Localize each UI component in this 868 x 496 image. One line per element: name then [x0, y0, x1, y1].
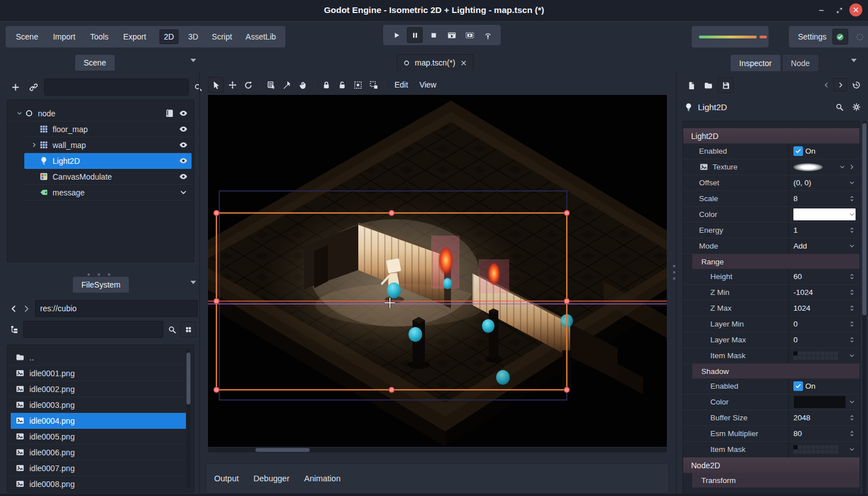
menu-tools[interactable]: Tools	[89, 32, 110, 41]
fs-split-mode-icon[interactable]	[8, 322, 20, 337]
file-item-idle0005.png[interactable]: idle0005.png	[11, 429, 186, 445]
menu-import[interactable]: Import	[52, 32, 77, 41]
splitter-left[interactable]	[199, 72, 200, 496]
script-icon[interactable]	[164, 108, 174, 118]
chevron-down-icon[interactable]	[179, 188, 188, 197]
pause-button[interactable]	[407, 27, 423, 43]
vcs-ok-icon[interactable]	[832, 29, 848, 45]
visibility-eye-icon[interactable]	[179, 172, 188, 181]
scene-node-CanvasModulate[interactable]: CanvasModulate	[24, 169, 192, 185]
fs-filter-input[interactable]	[23, 321, 163, 338]
chevron-down-icon[interactable]	[839, 163, 846, 171]
file-item-idle0006.png[interactable]: idle0006.png	[11, 445, 186, 460]
viewport-canvas[interactable]	[208, 95, 667, 447]
file-item-..[interactable]: ..	[11, 350, 186, 366]
checkbox-checked[interactable]	[793, 381, 803, 391]
fs-grid-view-icon[interactable]	[180, 321, 196, 337]
bottom-tab-animation[interactable]: Animation	[304, 474, 340, 483]
lock-tool[interactable]	[319, 77, 333, 92]
chevron-down-icon[interactable]	[848, 242, 856, 250]
tab-filesystem-dock[interactable]: FileSystem	[72, 276, 129, 293]
spin-updown-icon[interactable]	[848, 320, 856, 328]
file-item-idle0007.png[interactable]: idle0007.png	[11, 460, 186, 476]
section-transform[interactable]: Transform	[692, 473, 860, 488]
visibility-eye-icon[interactable]	[179, 156, 188, 166]
inspector-search-icon[interactable]	[833, 99, 845, 114]
play-remote-button[interactable]	[480, 28, 495, 42]
spin-updown-icon[interactable]	[848, 430, 856, 437]
spin-updown-icon[interactable]	[848, 227, 856, 234]
scene-node-Light2D[interactable]: Light2D	[24, 153, 192, 169]
scene-node-node[interactable]: node	[10, 106, 192, 121]
group-tool[interactable]	[350, 77, 365, 92]
layer-mask-grid[interactable]	[793, 351, 838, 360]
maximize-button[interactable]	[834, 5, 845, 16]
spin-updown-icon[interactable]	[848, 414, 856, 421]
editor-tab-script[interactable]: Script	[208, 30, 236, 43]
spin-updown-icon[interactable]	[848, 336, 856, 343]
add-node-button[interactable]	[8, 80, 23, 94]
instance-scene-button[interactable]	[26, 80, 41, 94]
spin-updown-icon[interactable]	[848, 273, 856, 280]
spin-updown-icon[interactable]	[848, 195, 856, 202]
fs-forward-icon[interactable]	[20, 301, 32, 316]
play-scene-button[interactable]	[444, 28, 459, 42]
menu-scene[interactable]: Scene	[15, 32, 40, 41]
category-node2d[interactable]: Node2D	[683, 458, 860, 473]
tab-node[interactable]: Node	[782, 54, 819, 71]
history-icon[interactable]	[849, 77, 863, 92]
file-item-idle0001.png[interactable]: idle0001.png	[11, 366, 186, 381]
pan-tool[interactable]	[296, 77, 310, 92]
visibility-eye-icon[interactable]	[179, 124, 188, 134]
scene-node-message[interactable]: message	[24, 185, 192, 201]
dock-menu-arrow-left[interactable]	[190, 59, 196, 62]
editor-tab-2d[interactable]: 2D	[159, 29, 179, 44]
scene-node-floor_map[interactable]: floor_map	[24, 121, 192, 137]
canvas-menu-edit[interactable]: Edit	[393, 80, 409, 89]
file-list-scrollbar[interactable]	[186, 349, 190, 488]
expand-arrow[interactable]	[29, 141, 39, 149]
play-button[interactable]	[389, 28, 403, 42]
list-select-tool[interactable]	[264, 77, 279, 92]
viewport-hscrollbar[interactable]	[208, 447, 667, 453]
file-item-idle0008.png[interactable]: idle0008.png	[11, 476, 186, 492]
play-custom-scene-button[interactable]	[462, 28, 477, 42]
expand-arrow[interactable]	[14, 110, 24, 117]
load-resource-icon[interactable]	[701, 78, 715, 93]
editor-tab-assetlib[interactable]: AssetLib	[242, 30, 280, 43]
filesystem-menu-arrow[interactable]	[190, 281, 196, 284]
checkbox-checked[interactable]	[793, 146, 803, 156]
color-swatch[interactable]	[793, 208, 856, 220]
file-item-idle0003.png[interactable]: idle0003.png	[11, 397, 186, 413]
bottom-tab-debugger[interactable]: Debugger	[254, 474, 290, 483]
bottom-tab-output[interactable]: Output	[214, 474, 239, 483]
file-item-idle0004.png[interactable]: idle0004.png	[11, 413, 186, 429]
inspector-tools-icon[interactable]	[850, 99, 862, 114]
history-back-icon[interactable]	[821, 77, 832, 92]
spin-updown-icon[interactable]	[848, 289, 856, 296]
settings-button[interactable]: Settings	[797, 32, 828, 41]
history-forward-icon[interactable]	[834, 78, 847, 92]
dock-menu-arrow-right[interactable]	[851, 59, 857, 62]
splitter-right[interactable]	[676, 72, 677, 496]
chevron-down-icon[interactable]	[848, 179, 856, 186]
move-tool[interactable]	[225, 77, 240, 92]
visibility-eye-icon[interactable]	[179, 140, 188, 150]
chevron-down-icon[interactable]	[848, 352, 856, 359]
chevron-down-icon[interactable]	[848, 398, 856, 406]
texture-preview[interactable]	[793, 163, 823, 171]
file-item-idle0002.png[interactable]: idle0002.png	[11, 381, 186, 397]
scene-node-wall_map[interactable]: wall_map	[24, 137, 192, 153]
section-shadow[interactable]: Shadow	[692, 364, 860, 378]
fs-back-icon[interactable]	[8, 301, 19, 316]
fs-path-input[interactable]	[35, 300, 198, 317]
tab-inspector[interactable]: Inspector	[730, 54, 781, 71]
category-light2d[interactable]: Light2D	[683, 128, 860, 143]
chevron-down-icon[interactable]	[848, 446, 856, 453]
editor-tab-3d[interactable]: 3D	[184, 30, 202, 43]
inspector-scrollbar[interactable]	[862, 121, 866, 496]
ruler-tool[interactable]	[280, 77, 294, 92]
spin-updown-icon[interactable]	[848, 304, 856, 312]
stop-button[interactable]	[426, 28, 441, 42]
select-tool[interactable]	[208, 77, 224, 93]
